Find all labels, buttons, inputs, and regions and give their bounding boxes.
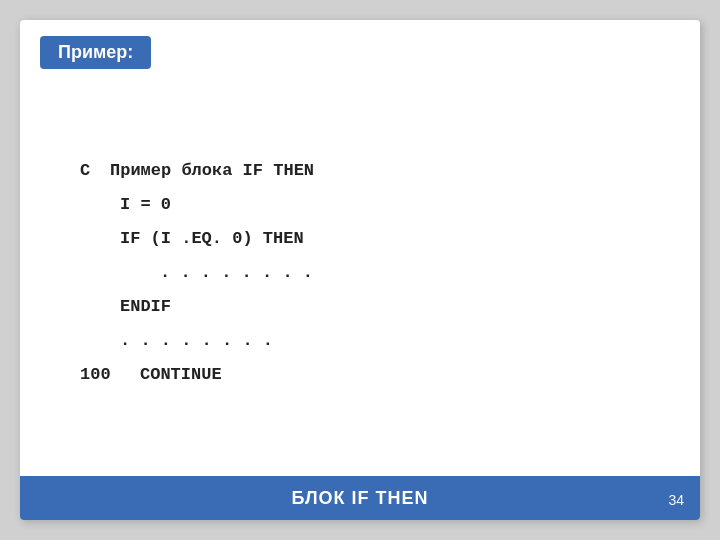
code-line-4: . . . . . . . . xyxy=(160,256,660,290)
code-line-5: ENDIF xyxy=(120,290,660,324)
footer-title: БЛОК IF THEN xyxy=(291,488,428,509)
code-line-3: IF (I .EQ. 0) THEN xyxy=(120,222,660,256)
code-label-1: C xyxy=(80,154,110,188)
code-label-7: 100 xyxy=(80,358,140,392)
slide-footer: БЛОК IF THEN 34 xyxy=(20,476,700,520)
code-text-2: I = 0 xyxy=(120,188,171,222)
code-text-3: IF (I .EQ. 0) THEN xyxy=(120,222,304,256)
code-text-6: . . . . . . . . xyxy=(120,324,273,358)
slide-content: C Пример блока IF THEN I = 0 IF (I .EQ. … xyxy=(20,69,700,476)
code-line-2: I = 0 xyxy=(120,188,660,222)
example-badge: Пример: xyxy=(40,36,151,69)
code-line-1: C Пример блока IF THEN xyxy=(80,154,660,188)
code-text-5: ENDIF xyxy=(120,290,171,324)
slide: Пример: C Пример блока IF THEN I = 0 IF … xyxy=(20,20,700,520)
code-text-1: Пример блока IF THEN xyxy=(110,154,314,188)
code-block: C Пример блока IF THEN I = 0 IF (I .EQ. … xyxy=(80,154,660,392)
code-line-7: 100 CONTINUE xyxy=(80,358,660,392)
code-text-7: CONTINUE xyxy=(140,358,222,392)
code-text-4: . . . . . . . . xyxy=(160,256,313,290)
slide-header: Пример: xyxy=(20,20,700,69)
slide-number: 34 xyxy=(668,492,684,508)
code-line-6: . . . . . . . . xyxy=(120,324,660,358)
